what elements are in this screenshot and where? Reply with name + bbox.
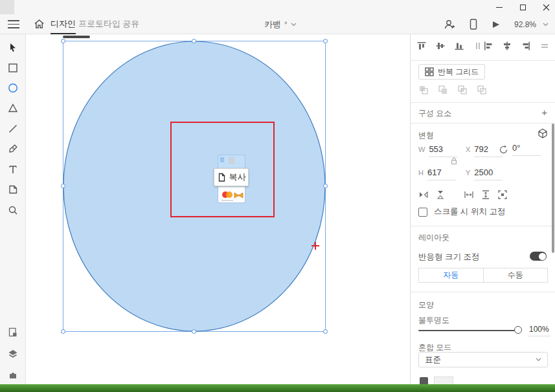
scroll-fix-checkbox[interactable] — [418, 208, 427, 217]
align-middle-vertical-button[interactable] — [435, 41, 446, 51]
fix-height-button[interactable] — [481, 190, 491, 200]
plugins-panel-button[interactable] — [8, 369, 18, 380]
copy-drag-tooltip: 복사 — [214, 168, 249, 186]
rotation-field[interactable]: 0° — [499, 143, 541, 156]
resize-handle-top-right[interactable] — [323, 39, 328, 43]
distribute-horizontal-button[interactable] — [473, 41, 483, 51]
fix-size-button[interactable] — [497, 190, 508, 200]
align-top-button[interactable] — [416, 41, 427, 51]
boolean-add-button[interactable] — [418, 85, 429, 96]
rotation-value[interactable]: 0° — [512, 143, 541, 156]
blend-mode-dropdown[interactable]: 표준 — [418, 352, 548, 367]
desktop-preview-button[interactable] — [492, 20, 500, 29]
invite-user-icon — [444, 19, 455, 30]
lock-aspect-ratio-button[interactable] — [451, 157, 457, 165]
line-tool[interactable] — [8, 124, 18, 134]
resize-handle-middle-left[interactable] — [61, 184, 65, 188]
resize-handle-bottom-right[interactable] — [323, 329, 328, 334]
fill-color-swatch-partial[interactable] — [434, 376, 453, 384]
document-modified-marker: * — [284, 20, 288, 29]
tab-prototype[interactable]: 프로토타입 — [78, 14, 120, 34]
select-tool[interactable] — [8, 43, 18, 53]
responsive-resize-label: 반응형 크기 조정 — [418, 252, 479, 263]
close-icon — [543, 4, 550, 11]
y-field[interactable]: Y 2500 — [466, 168, 503, 180]
toggle-knob — [539, 253, 546, 260]
share-invite-button[interactable] — [444, 19, 455, 30]
repeat-grid-button[interactable]: 반복 그리드 — [418, 64, 485, 80]
document-name: 카뱅 — [264, 19, 281, 30]
pen-tool[interactable] — [8, 144, 18, 154]
ellipse-icon — [8, 83, 18, 93]
segment-manual[interactable]: 수동 — [483, 268, 548, 282]
opacity-value[interactable]: 100% — [528, 325, 550, 336]
document-title[interactable]: 카뱅 * — [264, 14, 297, 34]
text-tool[interactable] — [8, 164, 18, 175]
add-component-button[interactable]: + — [541, 107, 547, 117]
appearance-section-title: 모양 — [418, 299, 434, 310]
chevron-down-icon — [291, 23, 297, 27]
plugins-puzzle-icon — [8, 369, 18, 380]
zoom-level-control[interactable]: 92.8% — [514, 20, 549, 29]
y-value[interactable]: 2500 — [474, 168, 503, 180]
tab-share[interactable]: 공유 — [122, 14, 139, 34]
y-label: Y — [466, 169, 470, 177]
polygon-tool[interactable] — [8, 103, 18, 113]
layers-icon — [8, 349, 18, 359]
mastercard-orange-circle — [226, 191, 232, 198]
opacity-slider-track[interactable] — [418, 330, 517, 331]
left-toolbar — [0, 34, 26, 384]
ellipse-tool[interactable] — [8, 83, 18, 93]
boolean-subtract-button[interactable] — [438, 85, 449, 96]
resize-handle-top-middle[interactable] — [192, 39, 196, 43]
resize-handle-bottom-middle[interactable] — [192, 329, 196, 334]
rotate-icon — [499, 145, 508, 155]
width-value[interactable]: 553 — [429, 144, 457, 157]
rectangle-tool[interactable] — [8, 63, 18, 73]
artboard-tool[interactable] — [8, 184, 18, 195]
align-center-horizontal-button[interactable] — [502, 41, 512, 51]
responsive-constraint-buttons-group — [464, 190, 508, 200]
preview-on-device-button[interactable] — [470, 19, 477, 30]
resize-handle-top-left[interactable] — [61, 39, 65, 43]
height-field[interactable]: H 617 — [418, 168, 456, 180]
zoom-tool[interactable] — [8, 205, 18, 215]
width-field[interactable]: W 553 — [418, 144, 457, 157]
fill-checkbox-partial[interactable] — [420, 377, 428, 384]
layers-panel-button[interactable] — [8, 349, 18, 359]
card-chip — [229, 157, 234, 164]
height-value[interactable]: 617 — [427, 168, 456, 180]
align-left-button[interactable] — [483, 41, 493, 51]
minimize-button[interactable] — [495, 3, 503, 11]
resize-handle-bottom-left[interactable] — [61, 329, 65, 334]
x-field[interactable]: X 792 — [466, 144, 503, 157]
responsive-resize-toggle[interactable] — [530, 252, 547, 261]
horizontal-scrollbar-thumb[interactable] — [63, 36, 90, 38]
height-label: H — [418, 169, 424, 177]
panel-scrollbar-thumb[interactable] — [552, 124, 554, 253]
text-icon — [8, 164, 18, 175]
close-button[interactable] — [542, 3, 550, 11]
align-right-button[interactable] — [521, 41, 531, 51]
boolean-intersect-button[interactable] — [457, 85, 468, 96]
fix-width-button[interactable] — [464, 190, 474, 200]
resize-handle-middle-right[interactable] — [323, 184, 328, 188]
tab-design[interactable]: 디자인 — [51, 14, 76, 34]
boolean-exclude-button[interactable] — [477, 85, 488, 96]
home-button[interactable] — [34, 19, 45, 32]
assets-panel-button[interactable] — [8, 327, 18, 338]
3d-transform-button[interactable] — [538, 128, 548, 139]
magnifier-icon — [8, 205, 18, 215]
maximize-button[interactable] — [519, 3, 527, 11]
rectangle-icon — [8, 63, 18, 73]
design-canvas[interactable]: 복사 — [26, 34, 410, 384]
flip-vertical-button[interactable] — [435, 190, 446, 200]
pen-icon — [8, 144, 18, 154]
hamburger-menu-icon[interactable] — [8, 20, 19, 28]
opacity-slider-knob[interactable] — [514, 326, 522, 334]
align-bottom-button[interactable] — [454, 41, 464, 51]
distribute-vertical-button[interactable] — [539, 41, 550, 51]
segment-auto[interactable]: 자동 — [419, 268, 483, 282]
panel-divider — [411, 60, 555, 61]
flip-horizontal-button[interactable] — [418, 190, 429, 200]
